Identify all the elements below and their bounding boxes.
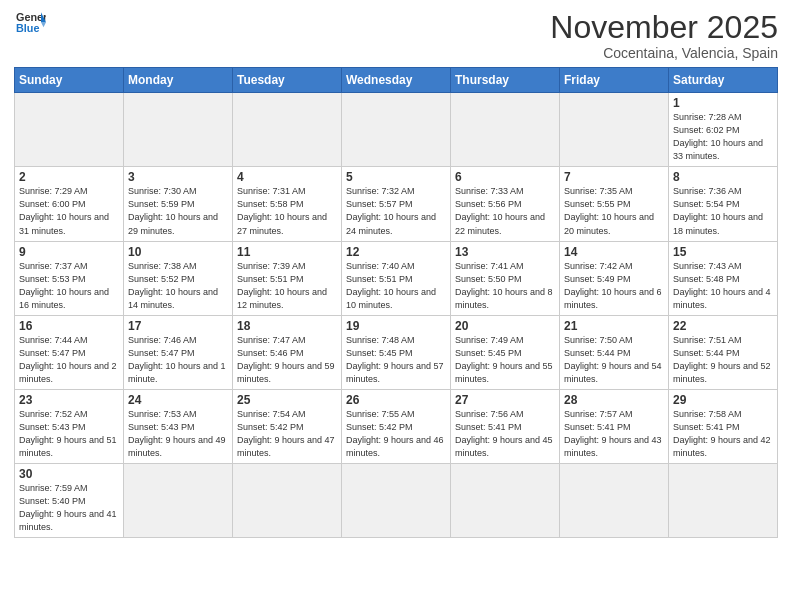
day-cell: 21Sunrise: 7:50 AM Sunset: 5:44 PM Dayli…	[560, 315, 669, 389]
day-cell: 28Sunrise: 7:57 AM Sunset: 5:41 PM Dayli…	[560, 389, 669, 463]
day-number: 14	[564, 245, 664, 259]
day-cell: 5Sunrise: 7:32 AM Sunset: 5:57 PM Daylig…	[342, 167, 451, 241]
day-number: 15	[673, 245, 773, 259]
day-info: Sunrise: 7:42 AM Sunset: 5:49 PM Dayligh…	[564, 260, 664, 312]
day-cell: 27Sunrise: 7:56 AM Sunset: 5:41 PM Dayli…	[451, 389, 560, 463]
day-number: 2	[19, 170, 119, 184]
header-row: SundayMondayTuesdayWednesdayThursdayFrid…	[15, 68, 778, 93]
day-cell: 14Sunrise: 7:42 AM Sunset: 5:49 PM Dayli…	[560, 241, 669, 315]
day-number: 20	[455, 319, 555, 333]
day-cell: 25Sunrise: 7:54 AM Sunset: 5:42 PM Dayli…	[233, 389, 342, 463]
day-info: Sunrise: 7:47 AM Sunset: 5:46 PM Dayligh…	[237, 334, 337, 386]
day-number: 24	[128, 393, 228, 407]
week-row-5: 30Sunrise: 7:59 AM Sunset: 5:40 PM Dayli…	[15, 464, 778, 538]
week-row-0: 1Sunrise: 7:28 AM Sunset: 6:02 PM Daylig…	[15, 93, 778, 167]
day-cell	[669, 464, 778, 538]
week-row-2: 9Sunrise: 7:37 AM Sunset: 5:53 PM Daylig…	[15, 241, 778, 315]
day-cell	[451, 464, 560, 538]
day-info: Sunrise: 7:52 AM Sunset: 5:43 PM Dayligh…	[19, 408, 119, 460]
day-info: Sunrise: 7:36 AM Sunset: 5:54 PM Dayligh…	[673, 185, 773, 237]
day-info: Sunrise: 7:50 AM Sunset: 5:44 PM Dayligh…	[564, 334, 664, 386]
day-number: 23	[19, 393, 119, 407]
header-cell-wednesday: Wednesday	[342, 68, 451, 93]
day-number: 28	[564, 393, 664, 407]
day-info: Sunrise: 7:38 AM Sunset: 5:52 PM Dayligh…	[128, 260, 228, 312]
day-info: Sunrise: 7:43 AM Sunset: 5:48 PM Dayligh…	[673, 260, 773, 312]
day-cell: 24Sunrise: 7:53 AM Sunset: 5:43 PM Dayli…	[124, 389, 233, 463]
day-cell: 18Sunrise: 7:47 AM Sunset: 5:46 PM Dayli…	[233, 315, 342, 389]
day-cell: 6Sunrise: 7:33 AM Sunset: 5:56 PM Daylig…	[451, 167, 560, 241]
header-cell-tuesday: Tuesday	[233, 68, 342, 93]
day-number: 1	[673, 96, 773, 110]
day-cell	[124, 93, 233, 167]
day-info: Sunrise: 7:37 AM Sunset: 5:53 PM Dayligh…	[19, 260, 119, 312]
day-cell	[233, 93, 342, 167]
day-cell	[233, 464, 342, 538]
day-cell: 11Sunrise: 7:39 AM Sunset: 5:51 PM Dayli…	[233, 241, 342, 315]
day-cell: 30Sunrise: 7:59 AM Sunset: 5:40 PM Dayli…	[15, 464, 124, 538]
day-info: Sunrise: 7:39 AM Sunset: 5:51 PM Dayligh…	[237, 260, 337, 312]
day-info: Sunrise: 7:54 AM Sunset: 5:42 PM Dayligh…	[237, 408, 337, 460]
calendar-subtitle: Cocentaina, Valencia, Spain	[550, 45, 778, 61]
day-number: 30	[19, 467, 119, 481]
day-cell	[15, 93, 124, 167]
svg-text:Blue: Blue	[16, 22, 39, 34]
calendar-title: November 2025	[550, 10, 778, 45]
day-number: 7	[564, 170, 664, 184]
day-info: Sunrise: 7:30 AM Sunset: 5:59 PM Dayligh…	[128, 185, 228, 237]
day-number: 8	[673, 170, 773, 184]
week-row-1: 2Sunrise: 7:29 AM Sunset: 6:00 PM Daylig…	[15, 167, 778, 241]
day-number: 3	[128, 170, 228, 184]
day-cell: 20Sunrise: 7:49 AM Sunset: 5:45 PM Dayli…	[451, 315, 560, 389]
day-info: Sunrise: 7:33 AM Sunset: 5:56 PM Dayligh…	[455, 185, 555, 237]
week-row-3: 16Sunrise: 7:44 AM Sunset: 5:47 PM Dayli…	[15, 315, 778, 389]
logo: General Blue	[14, 10, 46, 40]
day-cell: 22Sunrise: 7:51 AM Sunset: 5:44 PM Dayli…	[669, 315, 778, 389]
day-cell: 29Sunrise: 7:58 AM Sunset: 5:41 PM Dayli…	[669, 389, 778, 463]
day-info: Sunrise: 7:58 AM Sunset: 5:41 PM Dayligh…	[673, 408, 773, 460]
day-cell: 3Sunrise: 7:30 AM Sunset: 5:59 PM Daylig…	[124, 167, 233, 241]
day-cell: 23Sunrise: 7:52 AM Sunset: 5:43 PM Dayli…	[15, 389, 124, 463]
day-info: Sunrise: 7:49 AM Sunset: 5:45 PM Dayligh…	[455, 334, 555, 386]
day-number: 10	[128, 245, 228, 259]
day-cell: 13Sunrise: 7:41 AM Sunset: 5:50 PM Dayli…	[451, 241, 560, 315]
day-number: 5	[346, 170, 446, 184]
title-block: November 2025 Cocentaina, Valencia, Spai…	[550, 10, 778, 61]
header-cell-monday: Monday	[124, 68, 233, 93]
day-number: 25	[237, 393, 337, 407]
day-number: 29	[673, 393, 773, 407]
day-cell: 10Sunrise: 7:38 AM Sunset: 5:52 PM Dayli…	[124, 241, 233, 315]
day-number: 27	[455, 393, 555, 407]
header-cell-friday: Friday	[560, 68, 669, 93]
day-number: 12	[346, 245, 446, 259]
day-number: 17	[128, 319, 228, 333]
day-cell: 8Sunrise: 7:36 AM Sunset: 5:54 PM Daylig…	[669, 167, 778, 241]
header-cell-sunday: Sunday	[15, 68, 124, 93]
day-number: 13	[455, 245, 555, 259]
day-info: Sunrise: 7:53 AM Sunset: 5:43 PM Dayligh…	[128, 408, 228, 460]
day-cell: 2Sunrise: 7:29 AM Sunset: 6:00 PM Daylig…	[15, 167, 124, 241]
day-info: Sunrise: 7:41 AM Sunset: 5:50 PM Dayligh…	[455, 260, 555, 312]
day-number: 11	[237, 245, 337, 259]
day-cell	[342, 93, 451, 167]
day-info: Sunrise: 7:35 AM Sunset: 5:55 PM Dayligh…	[564, 185, 664, 237]
day-cell: 26Sunrise: 7:55 AM Sunset: 5:42 PM Dayli…	[342, 389, 451, 463]
day-cell: 12Sunrise: 7:40 AM Sunset: 5:51 PM Dayli…	[342, 241, 451, 315]
header-cell-saturday: Saturday	[669, 68, 778, 93]
day-number: 19	[346, 319, 446, 333]
day-info: Sunrise: 7:56 AM Sunset: 5:41 PM Dayligh…	[455, 408, 555, 460]
week-row-4: 23Sunrise: 7:52 AM Sunset: 5:43 PM Dayli…	[15, 389, 778, 463]
day-cell: 7Sunrise: 7:35 AM Sunset: 5:55 PM Daylig…	[560, 167, 669, 241]
day-info: Sunrise: 7:48 AM Sunset: 5:45 PM Dayligh…	[346, 334, 446, 386]
day-number: 26	[346, 393, 446, 407]
header: General Blue November 2025 Cocentaina, V…	[14, 10, 778, 61]
day-info: Sunrise: 7:32 AM Sunset: 5:57 PM Dayligh…	[346, 185, 446, 237]
day-cell: 16Sunrise: 7:44 AM Sunset: 5:47 PM Dayli…	[15, 315, 124, 389]
day-number: 16	[19, 319, 119, 333]
day-info: Sunrise: 7:51 AM Sunset: 5:44 PM Dayligh…	[673, 334, 773, 386]
svg-marker-3	[41, 22, 46, 27]
day-info: Sunrise: 7:31 AM Sunset: 5:58 PM Dayligh…	[237, 185, 337, 237]
day-info: Sunrise: 7:28 AM Sunset: 6:02 PM Dayligh…	[673, 111, 773, 163]
day-info: Sunrise: 7:46 AM Sunset: 5:47 PM Dayligh…	[128, 334, 228, 386]
day-cell: 9Sunrise: 7:37 AM Sunset: 5:53 PM Daylig…	[15, 241, 124, 315]
